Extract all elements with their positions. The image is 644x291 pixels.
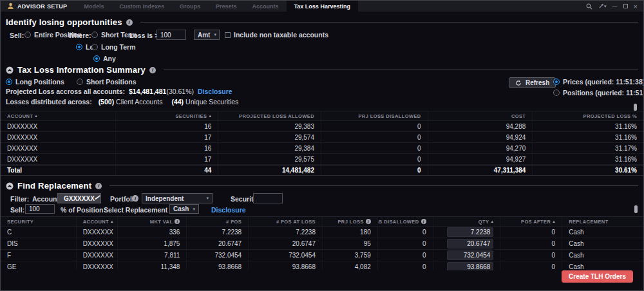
col-pos-after[interactable]: POS AFTER▴	[500, 217, 562, 226]
col-replacement[interactable]: REPLACEMENT	[562, 217, 643, 226]
distributed-label: Losses distributed across:	[6, 98, 92, 106]
create-tlh-orders-button[interactable]: Create TLH Orders	[562, 270, 633, 283]
info-icon[interactable]: i	[132, 195, 138, 202]
table-row[interactable]: DXXXXXX1629,383094,28831.16%	[1, 121, 643, 132]
loss-is-label: Loss is >	[129, 32, 158, 39]
titlebar: ADVISOR SETUP Models Custom Indexes Grou…	[1, 1, 643, 12]
radio-icon[interactable]	[91, 32, 98, 38]
tab-custom-indexes[interactable]: Custom Indexes	[111, 1, 172, 12]
col-account[interactable]: ACCOUNT▴	[1, 111, 116, 120]
tab-models[interactable]: Models	[76, 1, 111, 12]
tab-accounts[interactable]: Accounts	[245, 1, 287, 12]
col-num-pos[interactable]: # POS	[187, 217, 249, 226]
col-num-pos-at-loss[interactable]: # POS AT LOSS	[249, 217, 323, 226]
radio-icon[interactable]	[76, 44, 82, 50]
col-qty[interactable]: QTY▴	[433, 217, 501, 226]
radio-prices-queried[interactable]: Prices (queried: 11:51:38)	[553, 78, 644, 86]
col-prj-loss-disallowed[interactable]: PRJ LOSS DISALLOWEDi	[378, 217, 433, 226]
col-projected-loss-pct[interactable]: PROJECTED LOSS %	[533, 111, 643, 120]
table-row[interactable]: DXXXXXX1729,575094,92731.16%	[1, 154, 643, 165]
percent-of-position-label: % of Position	[61, 206, 104, 214]
info-icon[interactable]: i	[149, 67, 156, 73]
losses-distributed-line: Losses distributed across: (500) Client …	[6, 98, 238, 106]
app-title: ADVISOR SETUP	[17, 3, 67, 10]
sort-asc-icon: ▴	[491, 219, 493, 224]
summary-title: Tax Loss Information Summary	[17, 65, 146, 75]
radio-long-positions[interactable]: Long Positions	[6, 78, 64, 86]
sort-asc-icon: ▴	[553, 219, 555, 224]
radio-icon[interactable]	[553, 79, 560, 85]
client-accounts-value: (500) Client Accounts	[99, 98, 163, 106]
security-input[interactable]	[253, 193, 283, 203]
replacement-table-viewport: SECURITY ACCOUNT▴ MKT VALi # POS # POS A…	[1, 216, 643, 270]
radio-icon[interactable]	[93, 55, 100, 62]
replacement-title: Find Replacement	[17, 181, 91, 191]
radio-icon[interactable]	[6, 79, 12, 85]
info-icon: i	[175, 219, 180, 224]
qty-input[interactable]: 732.0454	[447, 250, 493, 260]
portfolio-select[interactable]: Independent ▾	[142, 193, 213, 203]
table-row[interactable]: CDXXXXXX3367.22387.22381800 7.2238 0Cash	[1, 227, 643, 238]
radio-any[interactable]: Any	[93, 55, 116, 62]
where-label: Where:	[68, 32, 91, 39]
search-icon[interactable]	[586, 3, 592, 10]
amount-type-select[interactable]: Amt ▾	[194, 30, 220, 40]
info-icon[interactable]: i	[126, 19, 133, 26]
col-prj-loss-disallowed[interactable]: PRJ LOSS DISALLOWED	[321, 111, 428, 120]
sort-asc-icon: ▴	[35, 113, 37, 118]
replacement-table-header: SECURITY ACCOUNT▴ MKT VALi # POS # POS A…	[1, 217, 643, 227]
maximize-icon[interactable]	[623, 4, 628, 8]
radio-icon[interactable]	[77, 79, 83, 85]
table-row[interactable]: DXXXXXX1729,574094,92431.16%	[1, 132, 643, 143]
col-security[interactable]: SECURITY	[1, 217, 77, 226]
radio-icon[interactable]	[24, 32, 31, 38]
col-mkt-val[interactable]: MKT VALi	[118, 217, 187, 226]
replacement-method-select[interactable]: Cash ▾	[169, 204, 199, 214]
radio-icon[interactable]	[91, 44, 98, 50]
qty-input[interactable]: 93.8668	[447, 262, 493, 270]
divider	[109, 185, 638, 186]
info-icon[interactable]: i	[95, 183, 102, 189]
chevron-down-icon: ▾	[604, 4, 607, 9]
sell-pct-label: Sell:	[10, 206, 24, 214]
tools-icon[interactable]: ▾	[598, 3, 607, 9]
table-row[interactable]: DISDXXXXXX1,87520.674720.6747950 20.6747…	[1, 238, 643, 250]
close-icon[interactable]: ×	[634, 3, 638, 10]
radio-long-term[interactable]: Long Term	[91, 43, 135, 51]
table2-scrollbar[interactable]	[634, 205, 638, 213]
replacement-section-header: Find Replacement i	[6, 181, 638, 191]
edit-pencil-icon[interactable]	[93, 193, 101, 205]
qty-input[interactable]: 7.2238	[447, 227, 493, 237]
col-prj-loss[interactable]: PRJ LOSSi	[323, 217, 378, 226]
qty-input[interactable]: 20.6747	[447, 239, 493, 249]
summary-disclosure-link[interactable]: Disclosure	[198, 88, 232, 95]
table-row[interactable]: FDXXXXXX7,811732.0454732.04543,7590 732.…	[1, 250, 643, 261]
divider	[164, 70, 638, 70]
chevron-down-icon: ▾	[214, 32, 216, 37]
table-row[interactable]: GEDXXXXXX11,34893.866893.86684,0820 93.8…	[1, 261, 643, 270]
replacement-disclosure-link[interactable]: Disclosure	[211, 206, 246, 214]
tab-groups[interactable]: Groups	[172, 1, 208, 12]
sell-percent-input[interactable]	[25, 204, 55, 214]
radio-icon[interactable]	[553, 89, 560, 96]
table1-scrollbar[interactable]	[634, 104, 637, 111]
identify-title: Identify losing opportunities	[6, 17, 122, 27]
radio-short-positions[interactable]: Short Positions	[77, 78, 137, 86]
radio-positions-queried[interactable]: Positions (queried: 11:51:38)	[553, 89, 644, 97]
table-row[interactable]: DXXXXXX1629,384094,27031.17%	[1, 143, 643, 154]
minimize-icon[interactable]: —	[612, 3, 618, 9]
projected-loss-value: $14,481,481(30.61%)	[129, 88, 194, 95]
refresh-button[interactable]: Refresh	[509, 77, 556, 88]
col-projected-loss-allowed[interactable]: PROJECTED LOSS ALLOWED	[218, 111, 321, 120]
collapse-icon[interactable]	[6, 182, 14, 190]
collapse-icon[interactable]	[6, 66, 14, 74]
tab-presets[interactable]: Presets	[208, 1, 245, 12]
col-account[interactable]: ACCOUNT▴	[77, 217, 118, 226]
tab-tax-loss-harvesting[interactable]: Tax Loss Harvesting	[287, 1, 358, 12]
checkbox-icon[interactable]	[225, 32, 231, 38]
col-cost[interactable]: COST	[428, 111, 533, 120]
col-securities[interactable]: SECURITIES▴	[116, 111, 219, 120]
loss-threshold-input[interactable]	[156, 30, 186, 40]
include-non-taxable-checkbox[interactable]: Include non taxable accounts	[225, 31, 328, 39]
summary-table-header: ACCOUNT▴ SECURITIES▴ PROJECTED LOSS ALLO…	[1, 111, 643, 121]
